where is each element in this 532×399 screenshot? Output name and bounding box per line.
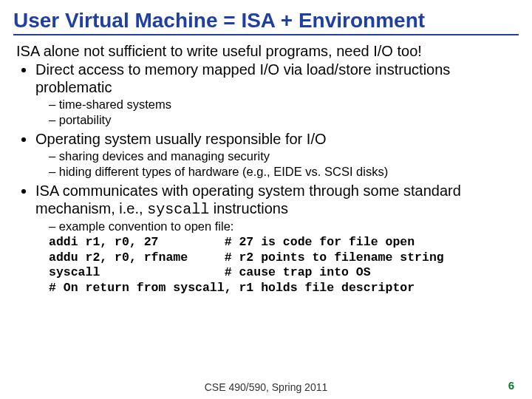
- sub-2a: sharing devices and managing security: [49, 149, 519, 164]
- code-line-1: addi r1, r0, 27 # 27 is code for file op…: [49, 235, 519, 250]
- page-number: 6: [508, 379, 514, 392]
- bullet-2-text: Operating system usually responsible for…: [35, 131, 327, 147]
- bullet-3-code: syscall: [147, 201, 209, 218]
- sub-1b: portability: [49, 113, 519, 128]
- sub-1a: time-shared systems: [49, 98, 519, 112]
- slide-title: User Virtual Machine = ISA + Environment: [13, 9, 519, 33]
- title-rule: [13, 34, 519, 35]
- bullet-list: Direct access to memory mapped I/O via l…: [13, 61, 519, 296]
- bullet-3-post: instructions: [209, 200, 288, 216]
- code-block: example convention to open file: addi r1…: [49, 219, 519, 296]
- bullet-2: Operating system usually responsible for…: [35, 131, 519, 180]
- bullet-2-subs: sharing devices and managing security hi…: [41, 149, 519, 180]
- code-line-4: # On return from syscall, r1 holds file …: [49, 281, 519, 296]
- intro-text: ISA alone not sufficient to write useful…: [16, 43, 519, 60]
- bullet-1-subs: time-shared systems portability: [41, 98, 519, 128]
- footer-text: CSE 490/590, Spring 2011: [0, 381, 532, 393]
- sub-2b: hiding different types of hardware (e.g.…: [49, 165, 519, 180]
- bullet-1: Direct access to memory mapped I/O via l…: [35, 61, 519, 128]
- code-line-2: addu r2, r0, rfname # r2 points to filen…: [49, 250, 519, 266]
- bullet-3: ISA communicates with operating system t…: [35, 183, 519, 296]
- bullet-1-text: Direct access to memory mapped I/O via l…: [35, 61, 450, 95]
- sub-3a: example convention to open file:: [49, 219, 519, 234]
- code-line-3: syscall # cause trap into OS: [49, 265, 519, 281]
